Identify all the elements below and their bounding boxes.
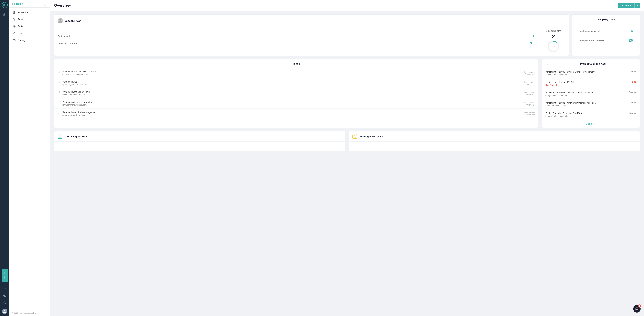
sidebar-item-procedures[interactable]: Procedures <box>10 9 50 16</box>
problem-item[interactable]: Ventilator SN-10001 - Air Mixing Chamber… <box>542 99 640 109</box>
runs-value: 2 <box>552 34 555 40</box>
problem-name: Engine controller for PROD-1 <box>546 81 574 83</box>
assigned-runs-title: Your assigned runs <box>64 135 88 138</box>
total-runs-stat: Total runs completed 6 <box>576 27 636 36</box>
todo-text: Pending invite: Dioni Diaz Gonzalez dion… <box>62 70 98 76</box>
user-header: Joseph Fryer <box>58 18 565 26</box>
problem-sub: a month behind schedule <box>546 105 596 107</box>
play-icon <box>13 18 16 21</box>
chat-bubble[interactable]: 3 <box>633 305 640 312</box>
sidebar: Home ‹ Procedures Runs Pa <box>10 0 50 316</box>
released-label: Released procedures <box>58 42 79 45</box>
problem-item[interactable]: Ventilator SN-10003 - System Controller … <box>542 68 640 78</box>
vertical-divider <box>538 34 538 48</box>
todo-right: Last updated 11 days ago <box>524 122 535 122</box>
person-icon <box>58 81 61 85</box>
todo-email: rboyd@aerodyneng.com <box>62 94 90 96</box>
todo-item[interactable]: Pending invite: Udi Vaks udi.vaks@hp.com… <box>54 119 538 122</box>
total-procedures-value: 26 <box>629 38 633 43</box>
todo-text: Pending invite: Udi Vaks udi.vaks@hp.com <box>62 121 86 122</box>
todo-right: Last updated 9 days ago <box>524 91 535 95</box>
problem-item[interactable]: Engine controller for PROD-1 Step 1 fail… <box>542 78 640 89</box>
todo-item[interactable]: Pending invite: sjaiswal@fetchrobotics.c… <box>54 78 538 88</box>
sidebar-item-factory[interactable]: Factory <box>10 37 50 44</box>
document-icon <box>13 11 16 14</box>
status-badge: Overdue <box>628 70 636 73</box>
todo-email: sjaiswal@fetchrobotics.com <box>62 83 88 86</box>
sidebar-header: Home ‹ <box>10 0 50 8</box>
assigned-runs-header: ◯ Your assigned runs <box>54 131 345 142</box>
user-stats-card: Joseph Fryer Draft procedures 1 Released… <box>54 15 569 56</box>
status-badge: Overdue <box>628 101 636 104</box>
svg-point-10 <box>14 26 14 27</box>
sidebar-item-runs[interactable]: Runs <box>10 16 50 23</box>
draft-label: Draft procedures <box>58 35 74 38</box>
problem-item[interactable]: Ventilator SN-10003 - Oxygen Tank Assemb… <box>542 89 640 99</box>
middle-row: Todos Pending invite: Dioni Diaz Gonzale… <box>54 59 640 128</box>
svg-marker-9 <box>14 19 15 20</box>
problem-item[interactable]: Engine Controller Assembly SN-10001 24 d… <box>542 109 640 120</box>
todo-updated-label: Last updated <box>524 122 535 122</box>
problem-info: Engine Controller Assembly SN-10001 24 d… <box>546 112 583 117</box>
todo-title: Pending invite: <box>62 80 88 83</box>
user-avatar-small[interactable] <box>2 308 8 314</box>
todo-title: Pending invite: Robert Boyd <box>62 91 90 93</box>
todo-email: sagarwal@hawthorn.com <box>62 114 95 116</box>
todo-text: Pending invite: John Sarandria john.sara… <box>62 101 92 106</box>
todo-right: Last updated 9 days ago <box>524 101 535 106</box>
person-icon <box>58 71 61 74</box>
status-badge: Overdue <box>628 91 636 94</box>
svg-point-18 <box>59 71 60 72</box>
total-procedures-stat: Total procedures released 26 <box>576 36 636 45</box>
todo-item[interactable]: Pending invite: Shubham Agarwal sagarwal… <box>54 109 538 119</box>
todo-right: Last updated 7 days ago <box>524 81 535 85</box>
todo-left: Pending invite: Shubham Agarwal sagarwal… <box>58 111 95 116</box>
svg-point-0 <box>4 4 6 7</box>
chat-icon <box>635 307 638 310</box>
settings-icon[interactable] <box>2 292 8 298</box>
sidebar-item-parts[interactable]: Parts <box>10 23 50 30</box>
sidebar-runs-label: Runs <box>18 18 23 21</box>
app-logo[interactable] <box>2 2 8 8</box>
todo-item[interactable]: Pending invite: Dioni Diaz Gonzalez dion… <box>54 68 538 78</box>
help-icon[interactable] <box>2 300 8 306</box>
problem-info: Ventilator SN-10003 - Oxygen Tank Assemb… <box>546 91 593 97</box>
todo-updated-label: Last updated <box>524 81 535 83</box>
sidebar-item-issues[interactable]: Issues <box>10 30 50 37</box>
history-icon[interactable] <box>2 285 8 291</box>
invite-button[interactable]: Invite <box>2 269 8 282</box>
see-more-link[interactable]: See more <box>586 122 596 125</box>
stats-left: Draft procedures 1 Released procedures 1… <box>58 34 534 48</box>
released-stat: Released procedures 15 <box>58 41 534 45</box>
company-title: Company totals <box>576 18 636 23</box>
pending-review-title: Pending your review <box>359 135 384 138</box>
todo-item[interactable]: Pending invite: Robert Boyd rboyd@aerody… <box>54 88 538 98</box>
warning-icon <box>13 32 16 35</box>
assigned-runs-icon: ◯ <box>58 134 62 139</box>
draft-stat: Draft procedures 1 <box>58 34 534 38</box>
problem-sub: 7 days behind schedule <box>546 74 594 76</box>
svg-point-22 <box>59 112 60 113</box>
chat-badge: 3 <box>638 304 641 307</box>
create-dropdown-button[interactable]: ▼ <box>634 3 640 8</box>
pending-review-card: ◯ Pending your review <box>349 131 640 151</box>
create-button-group: + Create ▼ <box>618 3 640 8</box>
nav-home-icon[interactable] <box>2 12 8 18</box>
create-button[interactable]: + Create <box>618 3 634 8</box>
svg-point-19 <box>59 81 60 82</box>
sidebar-home-label: Home <box>16 2 23 5</box>
todo-updated-label: Last updated <box>524 71 535 73</box>
todo-text: Pending invite: Robert Boyd rboyd@aerody… <box>62 91 90 96</box>
todo-left: Pending invite: Dioni Diaz Gonzalez dion… <box>58 70 98 76</box>
problem-info: Engine controller for PROD-1 Step 1 fail… <box>546 81 574 86</box>
problem-sub: 24 days behind schedule <box>546 115 583 117</box>
sidebar-collapse-button[interactable]: ‹ <box>43 2 47 6</box>
main-content: Overview + Create ▼ Joseph Fryer <box>50 0 644 316</box>
todos-header: Todos <box>54 60 538 68</box>
problems-card: Problems on the floor Ventilator SN-1000… <box>542 59 640 128</box>
runs-completed-section: Runs completed 2 11% <box>541 30 565 52</box>
svg-point-1 <box>4 5 6 6</box>
todo-item[interactable]: Pending invite: John Sarandria john.sara… <box>54 98 538 109</box>
sidebar-home-link[interactable]: Home <box>12 2 23 5</box>
person-icon <box>58 91 61 95</box>
